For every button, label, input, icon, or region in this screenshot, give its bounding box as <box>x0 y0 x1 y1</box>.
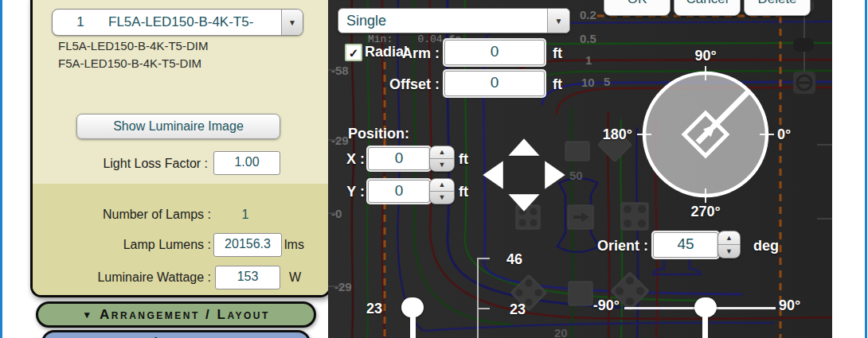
collapse-triangle-icon: ▼ <box>82 309 92 321</box>
tilt-slider-min-label: -90° <box>581 297 620 314</box>
luminaire-description-line: FL5A-LED150-B-4K-T5-DIM <box>58 37 208 55</box>
luminaire-select[interactable]: 1 FL5A-LED150-B-4K-T5- ▼ <box>52 9 303 36</box>
cancel-button[interactable]: Cancel <box>674 0 741 16</box>
isoline-value-label: 5 <box>604 75 610 88</box>
tilt-slider-max-label: 90° <box>779 297 800 314</box>
height-ruler-bottom-label: 23 <box>510 301 526 318</box>
luminaire-wattage-unit: W <box>289 270 301 285</box>
offset-input[interactable]: 0 <box>444 71 545 96</box>
arrangement-select-arrow-button[interactable]: ▼ <box>547 9 569 33</box>
arrangement-type-select[interactable]: Single ▼ <box>338 8 570 33</box>
height-ruler-tick <box>477 308 490 309</box>
light-loss-factor-input[interactable]: 1.00 <box>213 151 280 175</box>
position-y-spinner[interactable]: ▲ ▼ <box>429 178 455 204</box>
ok-button[interactable]: OK <box>604 0 671 16</box>
spinner-up-icon[interactable]: ▲ <box>430 146 454 158</box>
spinner-down-icon[interactable]: ▼ <box>718 244 740 258</box>
lamp-lumens-label: Lamp Lumens : <box>33 238 211 252</box>
luminaire-wattage-label: Luminaire Wattage : <box>33 270 211 285</box>
dial-180-label: 180° <box>596 126 632 143</box>
number-of-lamps-value: 1 <box>225 208 265 222</box>
nudge-up-arrow <box>508 138 540 156</box>
height-slider-value: 23 <box>349 301 382 317</box>
grid-label: -29 <box>331 134 349 147</box>
tilt-slider-stem <box>702 315 708 338</box>
position-y-input[interactable]: 0 <box>368 180 430 203</box>
plan-view-map[interactable]: Min: 0.04 fc -58 -29 -0 -29 0.2 0.5 1 10… <box>328 0 832 338</box>
contour-value-label: 20 <box>554 326 568 338</box>
orient-spinner[interactable]: ▲ ▼ <box>717 231 741 258</box>
position-x-unit: ft <box>459 151 468 168</box>
dial-0-label: 0° <box>777 126 791 143</box>
position-x-input[interactable]: 0 <box>368 147 430 170</box>
section-arrangement-layout[interactable]: ▼ Arrangement / Layout <box>36 301 316 328</box>
arm-input[interactable]: 0 <box>444 40 545 65</box>
offset-label: Offset : <box>352 76 440 93</box>
position-label: Position: <box>348 126 409 142</box>
arrangement-type-value: Single <box>338 9 547 33</box>
spinner-down-icon[interactable]: ▼ <box>430 158 454 171</box>
section-arrangement-label: Arrangement / Layout <box>100 307 270 323</box>
offset-unit: ft <box>553 76 562 93</box>
grid-label: -0 <box>331 207 342 220</box>
orient-input[interactable]: 45 <box>653 232 718 258</box>
luminaire-description-line: F5A-LED150-B-4K-T5-DIM <box>58 55 208 72</box>
chevron-down-icon: ▼ <box>555 17 563 25</box>
height-ruler-line <box>477 258 479 338</box>
grid-label: -58 <box>331 64 349 77</box>
isoline-value-label: 1 <box>585 53 592 67</box>
isoline-value-label: 10 <box>581 76 595 89</box>
luminaire-name: FL5A-LED150-B-4K-T5- <box>108 10 281 35</box>
position-y-label: Y : <box>344 184 365 200</box>
window-border-left <box>0 0 2 338</box>
show-luminaire-image-button[interactable]: Show Luminaire Image <box>76 114 280 139</box>
delete-button[interactable]: Delete <box>744 0 811 16</box>
section-isolines-label: Isolines <box>154 335 215 338</box>
position-nudge-pad[interactable] <box>476 134 572 216</box>
orientation-dial[interactable] <box>635 64 776 204</box>
section-isolines[interactable]: ▼ Isolines <box>41 330 311 338</box>
nudge-down-arrow <box>508 194 540 212</box>
position-x-label: X : <box>344 151 365 168</box>
lamp-lumens-input[interactable]: 20156.3 <box>213 233 282 257</box>
spinner-up-icon[interactable]: ▲ <box>430 179 454 191</box>
height-ruler-top-label: 46 <box>506 251 522 268</box>
light-loss-factor-label: Light Loss Factor : <box>33 157 208 171</box>
chevron-down-icon: ▼ <box>288 18 296 27</box>
isoline-value-label: 0.2 <box>580 8 596 21</box>
luminaire-index: 1 <box>53 10 108 35</box>
dial-270-label: 270° <box>682 204 729 220</box>
nudge-left-arrow <box>483 161 503 189</box>
height-ruler-tick <box>477 258 490 259</box>
arm-label: Arm : <box>352 45 440 62</box>
position-y-unit: ft <box>459 184 468 200</box>
isoline-value-label: 0.5 <box>580 32 596 45</box>
luminaire-select-arrow-button[interactable]: ▼ <box>281 10 303 35</box>
height-slider-stem <box>410 315 416 338</box>
arm-unit: ft <box>553 45 562 62</box>
orient-unit: deg <box>753 238 779 254</box>
grid-label: -29 <box>334 280 352 293</box>
window-border-right <box>865 0 867 338</box>
luminaire-wattage-input[interactable]: 153 <box>215 266 280 289</box>
spinner-up-icon[interactable]: ▲ <box>718 231 740 244</box>
luminaire-panel: 1 FL5A-LED150-B-4K-T5- ▼ FL5A-LED150-B-4… <box>30 0 331 297</box>
spinner-down-icon[interactable]: ▼ <box>430 191 454 204</box>
position-x-spinner[interactable]: ▲ ▼ <box>429 146 455 172</box>
luminaire-description: FL5A-LED150-B-4K-T5-DIM F5A-LED150-B-4K-… <box>58 37 208 72</box>
nudge-right-arrow <box>545 161 565 189</box>
orient-label: Orient : <box>564 238 648 254</box>
dial-90-label: 90° <box>682 48 729 64</box>
number-of-lamps-label: Number of Lamps : <box>33 208 211 222</box>
lamp-lumens-unit: lms <box>284 238 304 252</box>
